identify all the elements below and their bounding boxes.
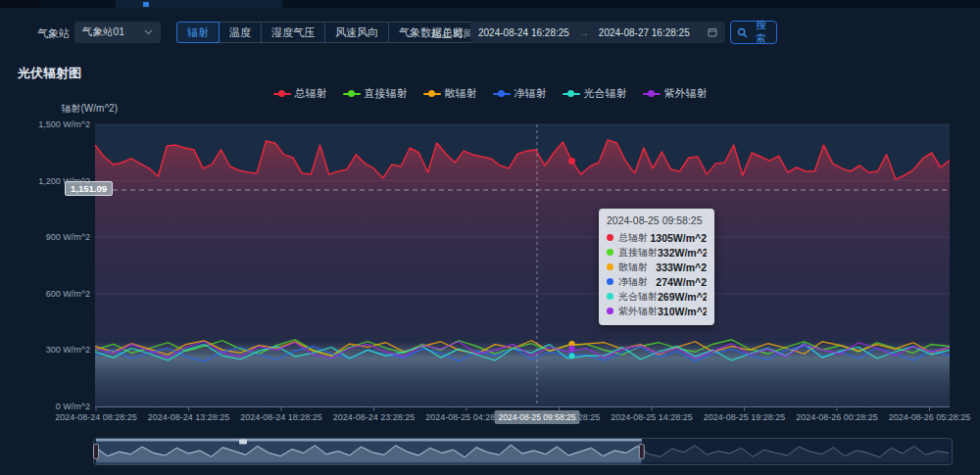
tooltip-rows: 总辐射1305W/m^2直接辐射332W/m^2散辐射333W/m^2净辐射27… xyxy=(607,230,707,318)
series-dot-icon xyxy=(607,308,613,314)
tooltip-series-name: 总辐射 xyxy=(618,231,648,245)
tooltip-row: 总辐射1305W/m^2 xyxy=(607,230,707,245)
tooltip-series-value: 332W/m^2 xyxy=(658,247,707,259)
svg-text:0 W/m^2: 0 W/m^2 xyxy=(56,402,90,411)
tooltip-series-name: 散辐射 xyxy=(618,261,648,274)
radiation-chart[interactable]: 0 W/m^2300 W/m^2600 W/m^2900 W/m^21,200 … xyxy=(0,0,980,475)
tooltip-row: 净辐射274W/m^2 xyxy=(607,274,707,289)
tab-radiation[interactable]: 辐射 xyxy=(176,22,220,43)
tooltip-series-value: 1305W/m^2 xyxy=(651,232,708,244)
tooltip-series-name: 净辐射 xyxy=(618,275,648,289)
tooltip-series-value: 274W/m^2 xyxy=(656,276,707,288)
tooltip-series-value: 269W/m^2 xyxy=(658,291,707,303)
svg-text:600 W/m^2: 600 W/m^2 xyxy=(46,289,90,299)
markline-value-badge: 1,151.09 xyxy=(65,181,113,196)
svg-text:1,500 W/m^2: 1,500 W/m^2 xyxy=(38,119,90,129)
svg-text:2024-08-24 13:28:25: 2024-08-24 13:28:25 xyxy=(148,412,230,422)
svg-text:2024-08-24 08:28:25: 2024-08-24 08:28:25 xyxy=(55,412,137,422)
series-dot-icon xyxy=(607,263,613,270)
tooltip-series-value: 333W/m^2 xyxy=(656,261,707,273)
svg-text:2024-08-26 05:28:25: 2024-08-26 05:28:25 xyxy=(889,412,971,422)
tooltip-series-name: 直接辐射 xyxy=(618,246,658,260)
svg-text:300 W/m^2: 300 W/m^2 xyxy=(46,345,90,355)
y-axis-title: 辐射(W/m^2) xyxy=(62,103,118,114)
series-dot-icon xyxy=(607,234,613,241)
chart-tooltip: 2024-08-25 09:58:25 总辐射1305W/m^2直接辐射332W… xyxy=(599,209,714,325)
slider-right-handle[interactable] xyxy=(639,445,644,459)
axis-pointer-label: 2024-08-25 09:58:25 xyxy=(495,410,580,424)
svg-text:2024-08-24 18:28:25: 2024-08-24 18:28:25 xyxy=(240,412,322,422)
series-dot-icon xyxy=(607,293,613,300)
app-root: 气象站 气象站01 辐射温度湿度气压风速风向气象数据总览 起止时间 2024-0… xyxy=(0,0,980,475)
tooltip-series-name: 光合辐射 xyxy=(618,290,658,304)
tooltip-row: 散辐射333W/m^2 xyxy=(607,260,707,274)
slider-move-handle[interactable] xyxy=(239,440,247,445)
svg-text:900 W/m^2: 900 W/m^2 xyxy=(46,232,90,242)
data-zoom-slider[interactable] xyxy=(94,439,953,465)
svg-text:2024-08-26 00:28:25: 2024-08-26 00:28:25 xyxy=(796,412,878,422)
svg-text:2024-08-24 23:28:25: 2024-08-24 23:28:25 xyxy=(333,412,416,422)
slider-left-handle[interactable] xyxy=(94,445,99,459)
svg-text:2024-08-25 14:28:25: 2024-08-25 14:28:25 xyxy=(611,412,693,422)
tooltip-row: 紫外辐射310W/m^2 xyxy=(607,304,707,318)
tooltip-series-name: 紫外辐射 xyxy=(618,305,658,318)
series-dot-icon xyxy=(607,278,613,285)
svg-text:2024-08-25 19:28:25: 2024-08-25 19:28:25 xyxy=(704,412,786,422)
series-dot-icon xyxy=(607,249,613,256)
tooltip-row: 直接辐射332W/m^2 xyxy=(607,245,707,260)
tooltip-row: 光合辐射269W/m^2 xyxy=(607,289,707,304)
tooltip-series-value: 310W/m^2 xyxy=(658,306,707,317)
series-area-fills xyxy=(95,140,950,406)
tooltip-time: 2024-08-25 09:58:25 xyxy=(607,214,707,226)
